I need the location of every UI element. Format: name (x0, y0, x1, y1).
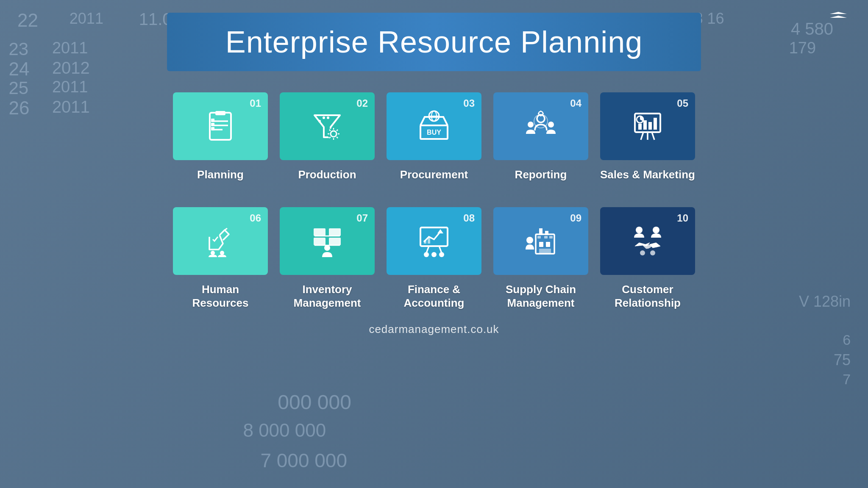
team-gear-icon (524, 109, 558, 143)
svg-line-60 (439, 246, 442, 253)
svg-point-70 (526, 237, 533, 244)
svg-rect-7 (211, 127, 214, 130)
card-number-05: 05 (677, 97, 688, 109)
cards-row-2: 06 Human Resources (163, 207, 705, 310)
header-banner: Enterprise Resource Planning (167, 13, 701, 71)
svg-point-29 (528, 122, 534, 128)
svg-point-76 (640, 250, 645, 255)
card-icon-box-planning: 01 (173, 92, 268, 160)
card-number-01: 01 (250, 97, 261, 109)
card-icon-box-hr: 06 (173, 207, 268, 275)
svg-rect-38 (643, 120, 647, 130)
warehouse-icon (310, 224, 344, 258)
card-number-10: 10 (677, 212, 688, 224)
card-reporting[interactable]: 04 (493, 92, 588, 182)
svg-rect-1 (215, 111, 225, 115)
svg-line-43 (652, 132, 654, 140)
svg-rect-49 (329, 228, 341, 236)
main-content: Enterprise Resource Planning 01 (0, 0, 868, 488)
card-number-07: 07 (356, 212, 368, 224)
finance-icon (417, 224, 451, 258)
svg-point-75 (653, 227, 659, 233)
svg-rect-40 (654, 118, 657, 130)
chart-board-icon (631, 109, 665, 143)
svg-rect-5 (211, 119, 214, 122)
card-icon-box-sales: 05 (600, 92, 695, 160)
svg-rect-71 (537, 236, 541, 238)
card-number-02: 02 (356, 97, 368, 109)
card-number-08: 08 (463, 212, 475, 224)
card-label-procurement: Procurement (400, 168, 468, 182)
svg-rect-6 (211, 123, 214, 126)
card-crm[interactable]: 10 (600, 207, 695, 310)
card-icon-box-finance: 08 (387, 207, 481, 275)
card-label-supply: Supply Chain Management (493, 283, 588, 310)
svg-point-77 (650, 250, 655, 255)
svg-rect-48 (314, 228, 326, 236)
logo-mark (830, 12, 847, 18)
svg-point-62 (431, 252, 437, 257)
card-label-reporting: Reporting (515, 168, 567, 182)
card-inventory[interactable]: 07 Inventory Manag (280, 207, 375, 310)
card-sales-marketing[interactable]: 05 (600, 92, 695, 182)
svg-point-63 (439, 252, 444, 257)
card-label-production: Production (298, 168, 356, 182)
card-number-09: 09 (570, 212, 581, 224)
card-production[interactable]: 02 (280, 92, 375, 182)
cards-grid: 01 Planning 02 (163, 92, 705, 310)
svg-rect-37 (638, 124, 642, 130)
card-planning[interactable]: 01 Planning (173, 92, 268, 182)
page-title: Enterprise Resource Planning (184, 25, 684, 59)
card-supply-chain[interactable]: 09 (493, 207, 588, 310)
svg-point-61 (424, 252, 429, 257)
svg-point-47 (220, 251, 224, 255)
card-label-finance: Finance & Accounting (387, 283, 481, 310)
svg-rect-65 (539, 242, 543, 247)
svg-marker-56 (437, 229, 443, 233)
card-label-crm: Customer Relationship (600, 283, 695, 310)
svg-rect-51 (329, 238, 341, 245)
card-icon-box-crm: 10 (600, 207, 695, 275)
card-icon-box-supply: 09 (493, 207, 588, 275)
chevron-top (830, 12, 847, 14)
card-procurement[interactable]: 03 BUY Procurement (387, 92, 481, 182)
svg-rect-50 (314, 238, 326, 245)
card-finance[interactable]: 08 (387, 207, 481, 310)
logo-chevrons (830, 12, 847, 18)
svg-rect-73 (549, 236, 553, 238)
card-icon-box-production: 02 (280, 92, 375, 160)
svg-point-74 (636, 227, 643, 233)
svg-point-19 (318, 120, 321, 122)
factory-icon (524, 224, 558, 258)
card-number-03: 03 (463, 97, 475, 109)
svg-text:BUY: BUY (427, 129, 441, 136)
svg-line-42 (641, 132, 643, 140)
svg-rect-57 (424, 240, 426, 244)
card-label-sales: Sales & Marketing (600, 168, 695, 182)
handshake-icon (631, 224, 665, 258)
cards-row-1: 01 Planning 02 (163, 92, 705, 182)
card-label-planning: Planning (197, 168, 244, 182)
card-icon-box-procurement: 03 BUY (387, 92, 481, 160)
card-number-06: 06 (250, 212, 261, 224)
svg-point-21 (327, 116, 329, 119)
svg-point-46 (211, 251, 215, 255)
svg-rect-72 (544, 236, 548, 238)
card-number-04: 04 (570, 97, 581, 109)
chevron-bottom (830, 16, 847, 18)
svg-rect-67 (539, 249, 551, 254)
card-icon-box-reporting: 04 (493, 92, 588, 160)
hr-icon (203, 224, 237, 258)
svg-rect-69 (545, 231, 548, 235)
gear-filter-icon (310, 109, 344, 143)
card-hr[interactable]: 06 Human Resources (173, 207, 268, 310)
card-icon-box-inventory: 07 (280, 207, 375, 275)
svg-rect-66 (546, 242, 550, 247)
svg-point-20 (323, 116, 325, 119)
svg-rect-58 (428, 238, 430, 244)
buy-icon: BUY (417, 109, 451, 143)
svg-point-30 (548, 122, 554, 128)
card-label-inventory: Inventory Management (280, 283, 375, 310)
svg-rect-68 (539, 228, 542, 235)
card-label-hr: Human Resources (173, 283, 268, 310)
